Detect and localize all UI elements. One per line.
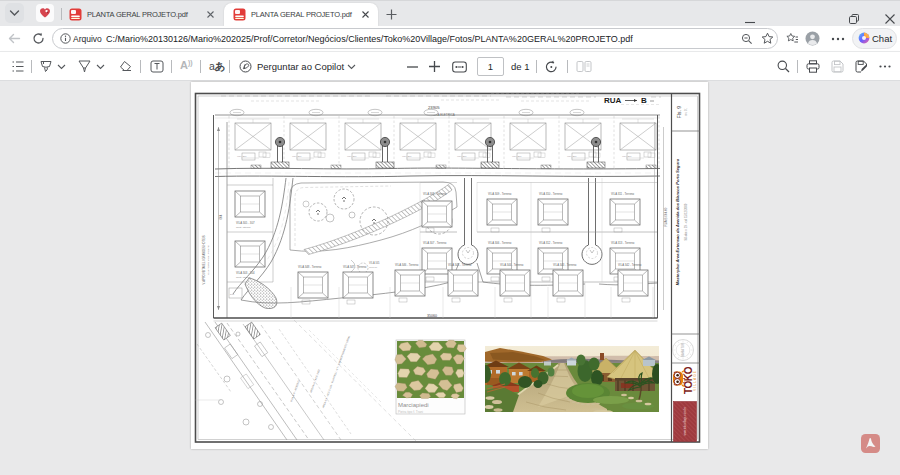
svg-text:VILA 3xx: VILA 3xx xyxy=(622,155,632,158)
svg-text:VILA 3xx: VILA 3xx xyxy=(457,155,467,158)
svg-text:VILA 312 - Terreno: VILA 312 - Terreno xyxy=(539,241,563,245)
svg-text:VILA 344 - Terreno: VILA 344 - Terreno xyxy=(500,263,524,267)
svg-text:VILA 313 - Terreno: VILA 313 - Terreno xyxy=(611,241,635,245)
svg-text:Masterplan Area Extensao da Av: Masterplan Area Extensao da Avenida dos … xyxy=(675,158,680,285)
svg-text:VILA 345 - Terreno: VILA 345 - Terreno xyxy=(448,263,472,267)
svg-text:VILA 3xx: VILA 3xx xyxy=(237,155,247,158)
svg-text:rev. 01: rev. 01 xyxy=(684,108,688,116)
svg-text:VILA 342 - Terreno: VILA 342 - Terreno xyxy=(618,263,642,267)
svg-text:VILA 3xx: VILA 3xx xyxy=(347,155,357,158)
svg-text:Marciapiedi: Marciapiedi xyxy=(398,402,429,408)
svg-text:V. APROVEITAVEL / GRANDES HOTE: V. APROVEITAVEL / GRANDES HOTEIS xyxy=(202,235,206,284)
svg-text:RUA B 604.00: RUA B 604.00 xyxy=(664,207,668,226)
svg-text:VILA 3xx: VILA 3xx xyxy=(292,155,302,158)
svg-text:98-doc n 29 - col 15/12/2009: 98-doc n 29 - col 15/12/2009 xyxy=(684,203,688,240)
svg-text:Fls. 9: Fls. 9 xyxy=(676,106,682,118)
svg-text:Pietra tipo f. Trani: Pietra tipo f. Trani xyxy=(398,410,423,414)
svg-text:VILA 348 - Terreno: VILA 348 - Terreno xyxy=(298,265,322,269)
svg-text:VILA 347 - Terreno: VILA 347 - Terreno xyxy=(343,265,367,269)
svg-text:VILA 346 - Terreno: VILA 346 - Terreno xyxy=(395,263,419,267)
svg-text:VILA 306 - Terreno: VILA 306 - Terreno xyxy=(488,241,512,245)
svg-text:VILLAGE: VILLAGE xyxy=(693,370,697,391)
svg-text:VILA 309 - Terreno: VILA 309 - Terreno xyxy=(488,192,512,196)
svg-text:VILA 345: VILA 345 xyxy=(369,261,380,265)
svg-text:CANTEIRO MUN. PONTE: CANTEIRO MUN. PONTE xyxy=(207,245,210,275)
svg-text:35060: 35060 xyxy=(427,314,437,318)
svg-text:VILA 3xx: VILA 3xx xyxy=(402,155,412,158)
svg-text:VILA 3xx: VILA 3xx xyxy=(512,155,522,158)
svg-text:604: 604 xyxy=(219,214,223,219)
svg-text:Cont. interna: Cont. interna xyxy=(236,226,251,229)
svg-text:VILA 311 - Terreno: VILA 311 - Terreno xyxy=(611,192,635,196)
svg-text:VILA 308 - Terreno: VILA 308 - Terreno xyxy=(423,192,447,196)
svg-text:www.tokovillage.com.br: www.tokovillage.com.br xyxy=(683,407,687,435)
svg-text:VILA 3xx: VILA 3xx xyxy=(567,155,577,158)
svg-text:VILA 343 - Terreno: VILA 343 - Terreno xyxy=(553,263,577,267)
svg-text:VILA 307 - Terreno: VILA 307 - Terreno xyxy=(423,241,447,245)
svg-text:B: B xyxy=(641,96,647,105)
svg-text:RUA: RUA xyxy=(604,96,622,105)
svg-text:VILA 310 - Terreno: VILA 310 - Terreno xyxy=(539,192,563,196)
svg-text:VILA 305 - 307: VILA 305 - 307 xyxy=(236,221,255,225)
svg-text:Terreno: Terreno xyxy=(369,266,378,269)
svg-text:P.M.: P.M. xyxy=(230,293,235,296)
svg-text:BAHIA TUR: BAHIA TUR xyxy=(681,343,685,357)
